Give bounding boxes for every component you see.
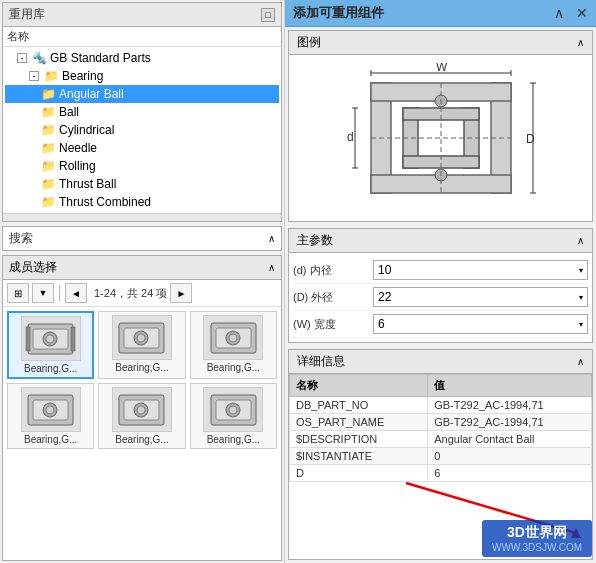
member-toolbar: ⊞ ▼ ◄ 1-24，共 24 项 ► [3, 280, 281, 307]
right-panel-chevron-icon[interactable]: ∧ [554, 5, 564, 21]
nav-next-btn[interactable]: ► [170, 283, 192, 303]
svg-text:d: d [347, 130, 354, 144]
tree-label-gb: GB Standard Parts [50, 51, 151, 65]
tree-item-rolling[interactable]: 📁 Rolling [5, 157, 279, 175]
tree-item-needle[interactable]: 📁 Needle [5, 139, 279, 157]
tree-item-ball[interactable]: 📁 Ball [5, 103, 279, 121]
param-value-0: 10 [378, 263, 391, 277]
grid-item-1[interactable]: Bearing,G... [98, 311, 185, 379]
grid-container: Bearing,G... Bearing,G... [3, 307, 281, 560]
tree-item-angular[interactable]: 📁 Angular Ball [5, 85, 279, 103]
details-title: 详细信息 [297, 353, 345, 370]
param-input-2[interactable]: 6 ▾ [373, 314, 588, 334]
folder-icon-bearing: 📁 [44, 69, 59, 83]
svg-point-21 [137, 406, 145, 414]
grid-item-3[interactable]: Bearing,G... [7, 383, 94, 449]
params-body: (d) 内径 10 ▾ (D) 外径 22 ▾ (W) 宽度 [289, 253, 592, 342]
tree-label-thrust-combined: Thrust Combined [59, 195, 151, 209]
right-panel-header-icons: ∧ ✕ [554, 5, 588, 21]
grid-item-label-5: Bearing,G... [194, 434, 273, 445]
grid-item-label-2: Bearing,G... [194, 362, 273, 373]
expand-icon-bearing[interactable]: - [29, 71, 39, 81]
param-row-2: (W) 宽度 6 ▾ [293, 311, 588, 338]
dropdown-arrow-1: ▾ [579, 293, 583, 302]
member-header: 成员选择 ∧ [3, 256, 281, 280]
library-col-label: 名称 [7, 29, 29, 44]
tree-label-bearing: Bearing [62, 69, 103, 83]
details-row-4[interactable]: D 6 [290, 465, 592, 482]
tree-label-needle: Needle [59, 141, 97, 155]
folder-icon-cylindrical: 📁 [41, 123, 56, 137]
param-value-2: 6 [378, 317, 385, 331]
right-panel-title: 添加可重用组件 [293, 4, 384, 22]
svg-point-9 [137, 334, 145, 342]
details-cell-name-2: $DESCRIPTION [290, 431, 428, 448]
nav-prev-btn[interactable]: ◄ [65, 283, 87, 303]
details-cell-value-4: 6 [428, 465, 592, 482]
params-section: 主参数 ∧ (d) 内径 10 ▾ (D) 外径 22 ▾ [288, 228, 593, 343]
param-label-0: (d) 内径 [293, 263, 373, 278]
member-title: 成员选择 [9, 259, 57, 276]
tree-label-angular: Angular Ball [59, 87, 124, 101]
tree-item-gb[interactable]: - 🔩 GB Standard Parts [5, 49, 279, 67]
grid-item-2[interactable]: Bearing,G... [190, 311, 277, 379]
details-row-2[interactable]: $DESCRIPTION Angular Contact Ball [290, 431, 592, 448]
preview-header: 图例 ∧ [289, 31, 592, 55]
tree-item-thrust-ball[interactable]: 📁 Thrust Ball [5, 175, 279, 193]
right-panel-close-icon[interactable]: ✕ [576, 5, 588, 21]
preview-body: W d D [289, 55, 592, 221]
search-section[interactable]: 搜索 ∧ [2, 226, 282, 251]
library-header-icons: □ [261, 8, 275, 22]
svg-point-3 [46, 335, 54, 343]
grid-item-5[interactable]: Bearing,G... [190, 383, 277, 449]
details-cell-value-0: GB-T292_AC-1994,71 [428, 397, 592, 414]
grid-view-btn[interactable]: ⊞ [7, 283, 29, 303]
bearing-diagram-svg: W d D [341, 63, 541, 213]
param-label-2: (W) 宽度 [293, 317, 373, 332]
details-cell-value-1: GB-T292_AC-1994,71 [428, 414, 592, 431]
grid-item-label-0: Bearing,G... [12, 363, 89, 374]
tree-container[interactable]: - 🔩 GB Standard Parts - 📁 Bearing 📁 Angu… [3, 47, 281, 213]
details-cell-value-3: 0 [428, 448, 592, 465]
details-row-0[interactable]: DB_PART_NO GB-T292_AC-1994,71 [290, 397, 592, 414]
bearing-thumbnail-0 [21, 316, 81, 361]
search-chevron-icon: ∧ [268, 233, 275, 244]
member-chevron-icon: ∧ [268, 262, 275, 273]
watermark: 3D世界网 WWW.3DSJW.COM [482, 520, 592, 557]
param-input-0[interactable]: 10 ▾ [373, 260, 588, 280]
bearing-thumbnail-5 [203, 387, 263, 432]
details-cell-name-3: $INSTANTIATE [290, 448, 428, 465]
expand-icon-gb[interactable]: - [17, 53, 27, 63]
tree-label-thrust-ball: Thrust Ball [59, 177, 116, 191]
right-panel-header: 添加可重用组件 ∧ ✕ [285, 0, 596, 27]
grid-item-0[interactable]: Bearing,G... [7, 311, 94, 379]
library-section: 重用库 □ 名称 - 🔩 GB Standard Parts - 📁 [2, 2, 282, 222]
details-cell-name-0: DB_PART_NO [290, 397, 428, 414]
grid-item-4[interactable]: Bearing,G... [98, 383, 185, 449]
params-title: 主参数 [297, 232, 333, 249]
details-col-value: 值 [428, 375, 592, 397]
library-minimize-btn[interactable]: □ [261, 8, 275, 22]
resize-handle[interactable] [3, 213, 281, 221]
details-chevron-icon: ∧ [577, 356, 584, 367]
preview-section: 图例 ∧ [288, 30, 593, 222]
details-row-3[interactable]: $INSTANTIATE 0 [290, 448, 592, 465]
filter-btn[interactable]: ▼ [32, 283, 54, 303]
svg-text:D: D [526, 132, 535, 146]
folder-icon-thrust-ball: 📁 [41, 177, 56, 191]
svg-point-25 [229, 406, 237, 414]
member-section: 成员选择 ∧ ⊞ ▼ ◄ 1-24，共 24 项 ► [2, 255, 282, 561]
params-chevron-icon: ∧ [577, 235, 584, 246]
param-input-1[interactable]: 22 ▾ [373, 287, 588, 307]
details-row-1[interactable]: OS_PART_NAME GB-T292_AC-1994,71 [290, 414, 592, 431]
tree-item-bearing[interactable]: - 📁 Bearing [5, 67, 279, 85]
param-row-0: (d) 内径 10 ▾ [293, 257, 588, 284]
svg-rect-5 [71, 327, 75, 351]
gb-icon: 🔩 [32, 51, 47, 65]
grid-item-label-1: Bearing,G... [102, 362, 181, 373]
folder-icon-needle: 📁 [41, 141, 56, 155]
tree-item-thrust-combined[interactable]: 📁 Thrust Combined [5, 193, 279, 211]
right-panel: 添加可重用组件 ∧ ✕ 图例 ∧ [285, 0, 596, 563]
tree-item-cylindrical[interactable]: 📁 Cylindrical [5, 121, 279, 139]
library-title: 重用库 [9, 6, 45, 23]
